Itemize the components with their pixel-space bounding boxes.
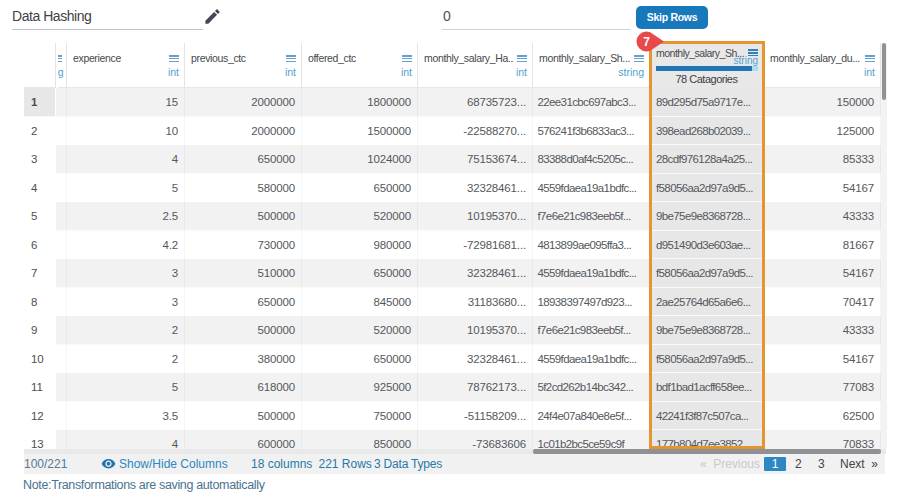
svg-text:7: 7 (643, 35, 650, 49)
